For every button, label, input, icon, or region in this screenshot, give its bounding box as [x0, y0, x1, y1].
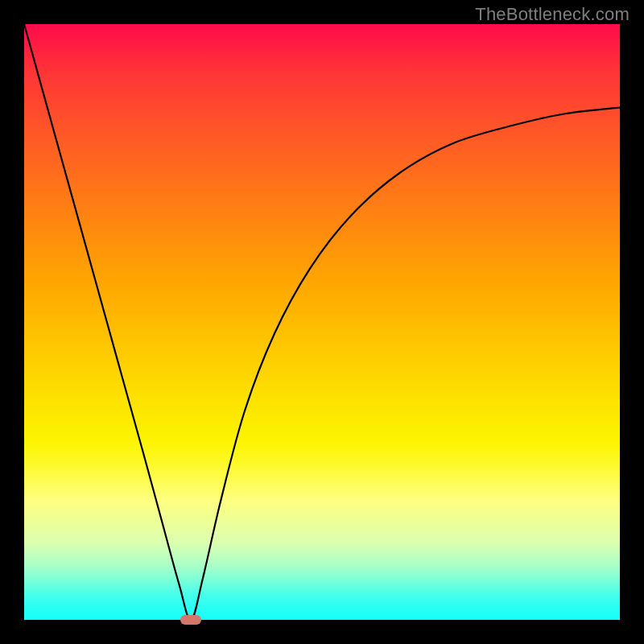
- curve-svg: [24, 24, 620, 620]
- chart-frame: TheBottleneck.com: [0, 0, 644, 644]
- plot-area: [24, 24, 620, 620]
- bottleneck-curve: [24, 24, 620, 620]
- watermark-text: TheBottleneck.com: [475, 4, 630, 25]
- optimal-point-marker: [180, 615, 201, 625]
